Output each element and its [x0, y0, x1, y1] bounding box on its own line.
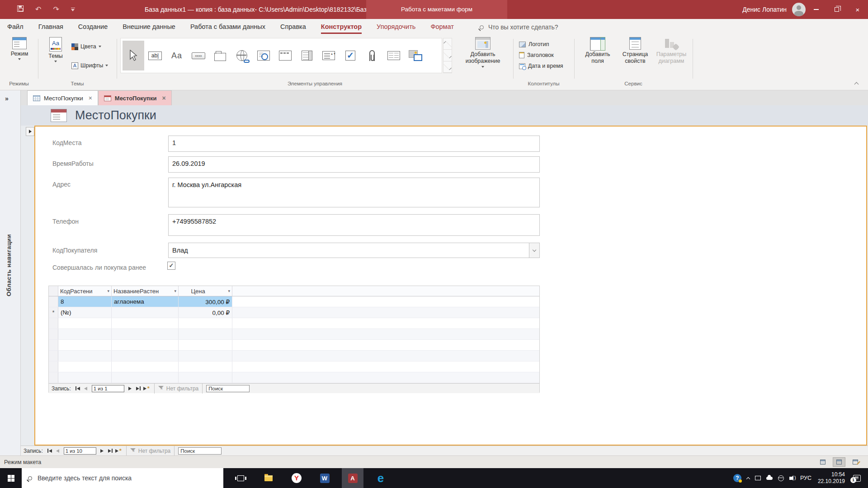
cell-cena[interactable]: 0,00 ₽	[179, 307, 232, 318]
collapse-ribbon-icon[interactable]	[852, 80, 861, 86]
tab-format[interactable]: Формат	[430, 19, 454, 35]
label-control-icon[interactable]: Aa	[166, 41, 188, 70]
tab-file[interactable]: Файл	[7, 19, 24, 35]
redo-icon[interactable]: ↷	[53, 6, 59, 13]
cell-nazvanie[interactable]: аглаонема	[112, 296, 179, 307]
field-adres-input[interactable]: г. Москва ул.Ангарская	[168, 178, 540, 207]
tablet-mode-icon[interactable]	[752, 468, 764, 488]
web-browser-control-icon[interactable]	[253, 41, 274, 70]
record-position[interactable]: 1 из 10	[64, 447, 96, 455]
doc-tab-form[interactable]: МестоПокупки ×	[98, 90, 172, 105]
cloud-icon[interactable]	[764, 468, 775, 488]
layout-view-button[interactable]	[833, 457, 845, 467]
row-selector-cell[interactable]	[49, 296, 58, 307]
help-tray-icon[interactable]: ?	[731, 468, 744, 488]
design-view-button[interactable]	[849, 457, 862, 467]
field-kodpokupatelya-combobox[interactable]: Влад	[168, 243, 540, 258]
first-record-icon[interactable]	[46, 447, 54, 455]
tab-help[interactable]: Справка	[280, 19, 306, 35]
new-record-row[interactable]: * (№) 0,00 ₽	[49, 307, 539, 318]
button-control-icon[interactable]: xxxx	[188, 41, 209, 70]
taskbar-search-input[interactable]: Введите здесь текст для поиска	[22, 468, 223, 488]
chart-control-icon[interactable]	[405, 41, 426, 70]
checkbox-control-icon[interactable]: ✓	[340, 41, 361, 70]
last-record-icon[interactable]	[134, 385, 142, 392]
tab-design[interactable]: Конструктор	[321, 19, 362, 35]
field-vremyaraboty-input[interactable]: 26.09.2019	[168, 156, 540, 173]
themes-button[interactable]: Aa Темы	[43, 37, 68, 62]
new-record-icon[interactable]: *	[114, 447, 123, 455]
gallery-more-icon[interactable]	[443, 61, 452, 73]
undo-icon[interactable]: ↶	[35, 6, 41, 13]
nav-pane-title[interactable]: Область навигации	[5, 234, 12, 296]
insert-image-button[interactable]: Добавить изображение	[458, 37, 508, 68]
next-record-icon[interactable]	[126, 385, 134, 392]
sort-dropdown-icon[interactable]: ▾	[174, 289, 176, 293]
date-time-button[interactable]: Дата и время	[519, 61, 563, 70]
network-icon[interactable]	[775, 468, 787, 488]
property-sheet-button[interactable]: Страница свойств	[617, 37, 654, 65]
new-record-icon[interactable]: *	[142, 385, 151, 392]
filter-status[interactable]: Нет фильтра	[158, 385, 199, 392]
cell-cena[interactable]: 300,00 ₽	[179, 296, 232, 307]
tab-create[interactable]: Создание	[78, 19, 108, 35]
sort-dropdown-icon[interactable]: ▾	[228, 289, 230, 293]
new-record-selector-cell[interactable]: *	[49, 307, 58, 318]
task-view-button[interactable]	[230, 468, 251, 488]
tab-home[interactable]: Главная	[38, 19, 63, 35]
empty-row[interactable]	[49, 340, 539, 351]
doc-tab-table[interactable]: МестоПокупки ×	[27, 90, 98, 105]
last-record-icon[interactable]	[106, 447, 114, 455]
filter-status[interactable]: Нет фильтра	[130, 448, 171, 454]
hyperlink-control-icon[interactable]	[231, 41, 253, 70]
cell-kodrasteni[interactable]: (№)	[58, 307, 112, 318]
clock[interactable]: 10:5422.10.2019	[814, 468, 849, 488]
empty-row[interactable]	[49, 361, 539, 372]
minimize-button[interactable]	[806, 0, 826, 19]
add-fields-button[interactable]: Добавить поля	[580, 37, 615, 65]
yandex-browser-button[interactable]: Y	[286, 468, 307, 488]
combobox-dropdown-icon[interactable]	[529, 243, 539, 258]
form-title-button[interactable]: Заголовок	[519, 51, 554, 60]
edge-button[interactable]: e	[370, 468, 392, 488]
cell-kodrasteni[interactable]: 8	[58, 296, 112, 307]
field-telefon-input[interactable]: +74995587852	[168, 214, 540, 236]
table-row[interactable]: 8 аглаонема 300,00 ₽	[49, 296, 539, 307]
word-button[interactable]: W	[314, 468, 335, 488]
tab-database-tools[interactable]: Работа с базами данных	[190, 19, 265, 35]
colors-button[interactable]: Цвета	[71, 42, 101, 52]
empty-row[interactable]	[49, 318, 539, 329]
volume-icon[interactable]	[787, 468, 797, 488]
gallery-scroll-down-icon[interactable]	[443, 50, 452, 61]
user-name[interactable]: Денис Лопатин	[742, 6, 787, 13]
empty-row[interactable]	[49, 329, 539, 340]
textbox-control-icon[interactable]: ab|	[144, 41, 166, 70]
form-view-button[interactable]	[816, 457, 829, 467]
customize-qat-icon[interactable]	[71, 8, 75, 12]
column-header-nazvanierasten[interactable]: НазваниеРастен▾	[112, 286, 179, 296]
user-avatar[interactable]	[792, 3, 806, 16]
close-button[interactable]: ×	[847, 0, 868, 19]
search-input[interactable]: Поиск	[206, 385, 250, 392]
combobox-control-icon[interactable]	[318, 41, 340, 70]
previous-record-icon[interactable]	[82, 385, 90, 392]
empty-row[interactable]	[49, 351, 539, 361]
attachment-control-icon[interactable]	[361, 41, 383, 70]
language-indicator[interactable]: РУС	[797, 468, 814, 488]
record-position[interactable]: 1 из 1	[92, 385, 124, 392]
purchase-before-checkbox[interactable]: ✓	[167, 262, 175, 270]
column-header-kodrasteni[interactable]: КодРастени▾	[58, 286, 112, 296]
save-icon[interactable]	[17, 5, 24, 14]
close-tab-icon[interactable]: ×	[89, 94, 92, 102]
navigation-control-icon[interactable]	[274, 41, 296, 70]
next-record-icon[interactable]	[98, 447, 106, 455]
listbox-control-icon[interactable]	[296, 41, 318, 70]
option-group-control-icon[interactable]	[383, 41, 405, 70]
file-explorer-button[interactable]	[258, 468, 279, 488]
tab-arrange[interactable]: Упорядочить	[377, 19, 415, 35]
record-selector[interactable]	[26, 127, 34, 136]
previous-record-icon[interactable]	[54, 447, 62, 455]
tell-me-search[interactable]: Что вы хотите сделать?	[480, 23, 558, 31]
logo-button[interactable]: Логотип	[519, 40, 549, 49]
search-input[interactable]: Поиск	[178, 447, 222, 455]
